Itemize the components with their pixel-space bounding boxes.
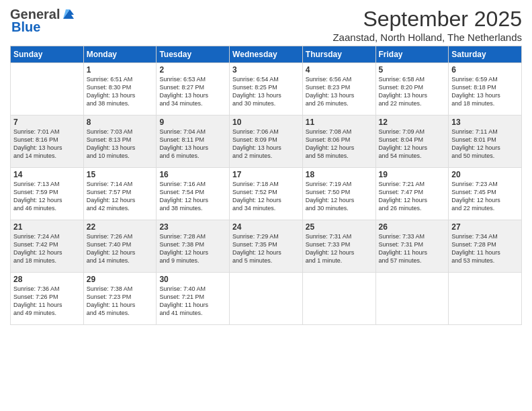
col-monday: Monday [83,46,157,63]
calendar-week-2: 7Sunrise: 7:01 AM Sunset: 8:16 PM Daylig… [11,116,522,168]
calendar-cell: 24Sunrise: 7:29 AM Sunset: 7:35 PM Dayli… [230,220,303,273]
cell-content: Sunrise: 7:40 AM Sunset: 7:21 PM Dayligh… [159,285,226,318]
day-number: 11 [306,118,373,127]
cell-content: Sunrise: 7:09 AM Sunset: 8:04 PM Dayligh… [379,128,446,161]
calendar-week-3: 14Sunrise: 7:13 AM Sunset: 7:59 PM Dayli… [11,168,522,220]
day-number: 2 [159,65,226,75]
calendar-cell: 9Sunrise: 7:04 AM Sunset: 8:11 PM Daylig… [157,116,230,168]
calendar-cell: 17Sunrise: 7:18 AM Sunset: 7:52 PM Dayli… [230,168,303,220]
calendar-week-5: 28Sunrise: 7:36 AM Sunset: 7:26 PM Dayli… [11,273,522,325]
location-title: Zaanstad, North Holland, The Netherlands [332,32,522,43]
cell-content: Sunrise: 7:14 AM Sunset: 7:57 PM Dayligh… [87,180,154,213]
calendar-week-4: 21Sunrise: 7:24 AM Sunset: 7:42 PM Dayli… [11,220,522,273]
day-number: 18 [306,170,373,179]
cell-content: Sunrise: 7:11 AM Sunset: 8:01 PM Dayligh… [451,128,519,161]
month-title: September 2025 [332,7,522,32]
calendar-week-1: 1Sunrise: 6:51 AM Sunset: 8:30 PM Daylig… [11,63,522,116]
day-number: 13 [451,118,519,127]
calendar-table: Sunday Monday Tuesday Wednesday Thursday… [10,46,522,325]
calendar-cell: 13Sunrise: 7:11 AM Sunset: 8:01 PM Dayli… [449,116,522,168]
cell-content: Sunrise: 7:21 AM Sunset: 7:47 PM Dayligh… [379,180,446,213]
cell-content: Sunrise: 7:36 AM Sunset: 7:26 PM Dayligh… [13,285,81,318]
calendar-cell: 27Sunrise: 7:34 AM Sunset: 7:28 PM Dayli… [449,220,522,273]
day-number: 8 [87,118,154,127]
calendar-cell [230,273,303,325]
calendar-cell: 21Sunrise: 7:24 AM Sunset: 7:42 PM Dayli… [11,220,84,273]
calendar-cell: 8Sunrise: 7:03 AM Sunset: 8:13 PM Daylig… [83,116,157,168]
calendar-cell [375,273,449,325]
col-friday: Friday [375,46,449,63]
day-number: 3 [232,65,300,75]
calendar-cell [449,273,522,325]
cell-content: Sunrise: 6:56 AM Sunset: 8:23 PM Dayligh… [306,75,373,108]
calendar-cell: 14Sunrise: 7:13 AM Sunset: 7:59 PM Dayli… [11,168,84,220]
day-number: 23 [159,222,226,232]
title-area: September 2025 Zaanstad, North Holland, … [332,7,522,43]
day-number: 12 [379,118,446,127]
cell-content: Sunrise: 7:23 AM Sunset: 7:45 PM Dayligh… [451,180,519,213]
cell-content: Sunrise: 7:04 AM Sunset: 8:11 PM Dayligh… [159,128,226,161]
cell-content: Sunrise: 7:18 AM Sunset: 7:52 PM Dayligh… [232,180,300,213]
day-number: 4 [306,65,373,75]
calendar-cell [302,273,375,325]
calendar-cell: 18Sunrise: 7:19 AM Sunset: 7:50 PM Dayli… [302,168,375,220]
cell-content: Sunrise: 7:26 AM Sunset: 7:40 PM Dayligh… [87,232,154,265]
day-number: 9 [159,118,226,127]
cell-content: Sunrise: 7:06 AM Sunset: 8:09 PM Dayligh… [232,128,300,161]
cell-content: Sunrise: 6:51 AM Sunset: 8:30 PM Dayligh… [87,75,154,108]
col-saturday: Saturday [449,46,522,63]
cell-content: Sunrise: 7:29 AM Sunset: 7:35 PM Dayligh… [232,232,300,265]
calendar-cell [11,63,84,116]
cell-content: Sunrise: 7:33 AM Sunset: 7:31 PM Dayligh… [379,232,446,265]
day-number: 19 [379,170,446,179]
calendar-cell: 12Sunrise: 7:09 AM Sunset: 8:04 PM Dayli… [375,116,449,168]
header-row: Sunday Monday Tuesday Wednesday Thursday… [11,46,522,63]
calendar-cell: 4Sunrise: 6:56 AM Sunset: 8:23 PM Daylig… [302,63,375,116]
calendar-cell: 25Sunrise: 7:31 AM Sunset: 7:33 PM Dayli… [302,220,375,273]
cell-content: Sunrise: 6:59 AM Sunset: 8:18 PM Dayligh… [451,75,519,108]
calendar-cell: 28Sunrise: 7:36 AM Sunset: 7:26 PM Dayli… [11,273,84,325]
cell-content: Sunrise: 6:54 AM Sunset: 8:25 PM Dayligh… [232,75,300,108]
cell-content: Sunrise: 7:13 AM Sunset: 7:59 PM Dayligh… [13,180,81,213]
cell-content: Sunrise: 7:38 AM Sunset: 7:23 PM Dayligh… [87,285,154,318]
day-number: 7 [13,118,81,127]
day-number: 6 [451,65,519,75]
cell-content: Sunrise: 7:24 AM Sunset: 7:42 PM Dayligh… [13,232,81,265]
cell-content: Sunrise: 6:58 AM Sunset: 8:20 PM Dayligh… [379,75,446,108]
cell-content: Sunrise: 7:28 AM Sunset: 7:38 PM Dayligh… [159,232,226,265]
calendar-cell: 20Sunrise: 7:23 AM Sunset: 7:45 PM Dayli… [449,168,522,220]
cell-content: Sunrise: 7:01 AM Sunset: 8:16 PM Dayligh… [13,128,81,161]
calendar-cell: 29Sunrise: 7:38 AM Sunset: 7:23 PM Dayli… [83,273,157,325]
calendar-cell: 10Sunrise: 7:06 AM Sunset: 8:09 PM Dayli… [230,116,303,168]
calendar-cell: 6Sunrise: 6:59 AM Sunset: 8:18 PM Daylig… [449,63,522,116]
cell-content: Sunrise: 7:16 AM Sunset: 7:54 PM Dayligh… [159,180,226,213]
logo-area: General Blue [10,7,75,35]
calendar-cell: 19Sunrise: 7:21 AM Sunset: 7:47 PM Dayli… [375,168,449,220]
day-number: 24 [232,222,300,232]
day-number: 1 [87,65,154,75]
calendar-cell: 7Sunrise: 7:01 AM Sunset: 8:16 PM Daylig… [11,116,84,168]
day-number: 21 [13,222,81,232]
calendar-cell: 26Sunrise: 7:33 AM Sunset: 7:31 PM Dayli… [375,220,449,273]
calendar-cell: 2Sunrise: 6:53 AM Sunset: 8:27 PM Daylig… [157,63,230,116]
day-number: 25 [306,222,373,232]
calendar-cell: 3Sunrise: 6:54 AM Sunset: 8:25 PM Daylig… [230,63,303,116]
col-tuesday: Tuesday [157,46,230,63]
day-number: 26 [379,222,446,232]
day-number: 30 [159,275,226,284]
day-number: 22 [87,222,154,232]
page: General Blue September 2025 Zaanstad, No… [0,0,532,411]
cell-content: Sunrise: 7:34 AM Sunset: 7:28 PM Dayligh… [451,232,519,265]
day-number: 14 [13,170,81,179]
calendar-cell: 30Sunrise: 7:40 AM Sunset: 7:21 PM Dayli… [157,273,230,325]
calendar-cell: 16Sunrise: 7:16 AM Sunset: 7:54 PM Dayli… [157,168,230,220]
cell-content: Sunrise: 7:31 AM Sunset: 7:33 PM Dayligh… [306,232,373,265]
col-sunday: Sunday [11,46,84,63]
header: General Blue September 2025 Zaanstad, No… [10,7,522,43]
day-number: 16 [159,170,226,179]
col-wednesday: Wednesday [230,46,303,63]
col-thursday: Thursday [302,46,375,63]
day-number: 15 [87,170,154,179]
day-number: 20 [451,170,519,179]
day-number: 28 [13,275,81,284]
